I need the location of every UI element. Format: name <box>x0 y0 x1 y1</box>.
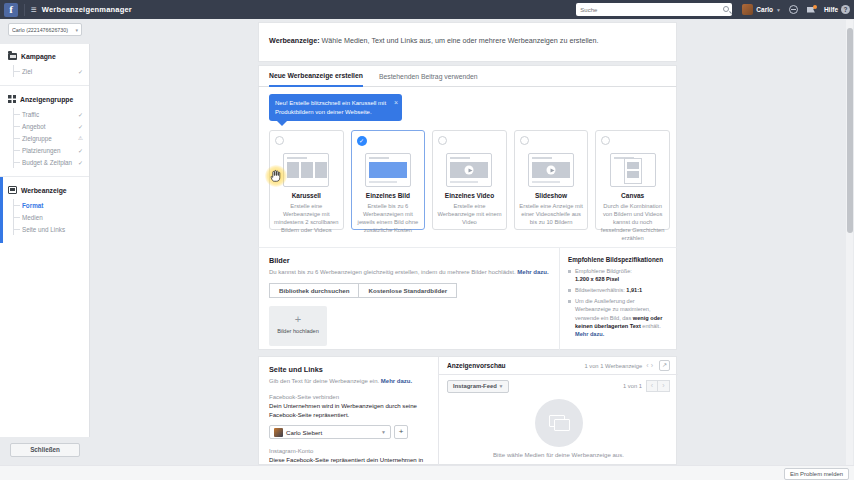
bilder-description: Du kannst bis zu 6 Werbeanzeigen gleichz… <box>269 269 517 275</box>
scrollbar-thumb[interactable] <box>847 28 853 233</box>
chevron-down-icon: ▼ <box>499 383 504 389</box>
question-mark-icon[interactable]: ? <box>841 5 850 14</box>
sidebar-item-medien[interactable]: Medien <box>14 211 83 223</box>
tab-bestehender-beitrag[interactable]: Bestehenden Beitrag verwenden <box>379 73 478 86</box>
search-box[interactable] <box>576 3 732 16</box>
single-image-thumbnail-icon <box>365 153 411 187</box>
ad-preview-panel: Anzeigenvorschau 1 von 1 Werbeanzeige ‹ … <box>438 357 678 466</box>
instagram-account-label: Instagram-Konto <box>269 448 428 454</box>
prev-ad-icon[interactable]: ‹ <box>646 362 648 369</box>
upload-images-tile[interactable]: + Bilder hochladen <box>269 306 327 346</box>
user-avatar[interactable] <box>742 4 753 15</box>
vertical-scrollbar[interactable] <box>846 20 853 465</box>
facebook-logo-icon[interactable]: f <box>4 3 18 17</box>
check-icon: ✓ <box>78 111 83 118</box>
sidebar-item-platzierungen[interactable]: Platzierungen ✓ <box>14 144 83 156</box>
app-title: Werbeanzeigenmanager <box>42 5 132 14</box>
spec-item-text-overlay: Um die Auslieferung der Werbeanzeige zu … <box>568 297 670 338</box>
facebook-page-description: Dein Unternehmen wird in Werbeanzeigen d… <box>269 402 428 419</box>
check-icon: ✓ <box>78 68 83 75</box>
section-label: Werbeanzeige <box>21 187 67 194</box>
notifications-globe-icon[interactable] <box>789 5 798 14</box>
section-label: Anzeigengruppe <box>20 96 73 103</box>
campaign-folder-icon <box>8 53 17 60</box>
preview-title: Anzeigenvorschau <box>447 362 584 369</box>
top-navigation-bar: f ≡ Werbeanzeigenmanager Carlo ▼ Hilfe ? <box>0 0 854 19</box>
format-card-canvas[interactable]: Canvas Durch die Kombination von Bildern… <box>595 130 670 230</box>
user-menu[interactable]: Carlo <box>756 6 773 13</box>
preview-placeholder-text: Bitte wähle Medien für deine Werbeanzeig… <box>439 451 678 458</box>
check-icon: ✓ <box>78 159 83 166</box>
seite-und-links-column: Seite und Links Gib den Text für deine W… <box>259 357 438 466</box>
sidebar-item-traffic[interactable]: Traffic ✓ <box>14 108 83 120</box>
help-menu[interactable]: Hilfe <box>824 6 838 13</box>
carousel-promo-tooltip: Neu! Erstelle blitzschnell ein Karussell… <box>269 94 402 121</box>
browse-library-button[interactable]: Bibliothek durchsuchen <box>269 283 359 298</box>
radio-unselected-icon[interactable] <box>601 136 610 145</box>
format-card-einzelnes-bild[interactable]: ✓ Einzelnes Bild Erstelle bis zu 6 Werbe… <box>351 130 426 230</box>
expand-preview-icon[interactable] <box>659 360 670 371</box>
ad-icon <box>8 186 17 194</box>
plus-icon: + <box>269 314 327 324</box>
instagram-account-description: Diese Facebook-Seite repräsentiert dein … <box>269 456 428 465</box>
radio-unselected-icon[interactable] <box>275 136 284 145</box>
mehr-dazu-link[interactable]: Mehr dazu. <box>517 269 548 275</box>
next-page-button[interactable]: › <box>658 380 670 392</box>
ads-manager-window: f ≡ Werbeanzeigenmanager Carlo ▼ Hilfe ?… <box>0 0 854 480</box>
tab-neue-werbeanzeige[interactable]: Neue Werbeanzeige erstellen <box>269 72 363 87</box>
seite-links-title: Seite und Links <box>269 365 428 374</box>
facebook-page-label: Facebook-Seite verbinden <box>269 394 428 400</box>
sidebar-item-zielgruppe[interactable]: Zielgruppe ⚠ <box>14 132 83 144</box>
step-title: Werbeanzeige: <box>269 36 320 45</box>
sidebar-item-format[interactable]: Format <box>14 199 83 211</box>
page-avatar <box>274 428 283 437</box>
page-links-section: Seite und Links Gib den Text für deine W… <box>258 356 677 465</box>
prev-page-button[interactable]: ‹ <box>646 380 658 392</box>
next-ad-icon[interactable]: › <box>651 362 653 369</box>
media-placeholder-icon <box>535 399 583 447</box>
format-card-slideshow[interactable]: Slideshow Erstelle eine Anzeige mit eine… <box>514 130 589 230</box>
close-button[interactable]: Schließen <box>10 443 80 457</box>
step-header: Werbeanzeige: Wähle Medien, Text und Lin… <box>258 22 677 62</box>
bilder-title: Bilder <box>269 256 549 265</box>
report-problem-button[interactable]: Ein Problem melden <box>784 468 849 480</box>
search-input[interactable] <box>580 4 718 15</box>
sidebar-item-budget-zeitplan[interactable]: Budget & Zeitplan ✓ <box>14 156 83 168</box>
adset-grid-icon <box>8 95 16 103</box>
ad-account-selector[interactable]: Carlo (2221476626730) ▾ <box>8 23 82 36</box>
format-section: Neu! Erstelle blitzschnell ein Karussell… <box>258 87 677 248</box>
seite-links-subtitle: Gib den Text für deine Werbeanzeige ein. <box>269 378 381 384</box>
sidebar-section-werbeanzeige: Werbeanzeige Format Medien Seite und Lin… <box>0 176 89 243</box>
sidebar-item-seite-und-links[interactable]: Seite und Links <box>14 223 83 235</box>
pages-feed-flag[interactable] <box>807 7 815 13</box>
check-icon: ✓ <box>78 147 83 154</box>
play-icon <box>465 166 474 175</box>
sidebar-item-angebot[interactable]: Angebot ✓ <box>14 120 83 132</box>
radio-unselected-icon[interactable] <box>438 136 447 145</box>
sidebar-section-kampagne: Kampagne Ziel ✓ <box>0 44 89 85</box>
close-icon[interactable]: × <box>394 98 398 108</box>
warning-icon: ⚠ <box>78 135 83 141</box>
radio-unselected-icon[interactable] <box>520 136 529 145</box>
canvas-thumbnail-icon <box>610 153 656 187</box>
format-card-karussell[interactable]: Karussell Erstelle eine Werbeanzeige mit… <box>269 130 344 230</box>
placement-selector[interactable]: Instagram-Feed ▼ <box>447 380 509 393</box>
bilder-section: Bilder Du kannst bis zu 6 Werbeanzeigen … <box>258 247 677 350</box>
mehr-dazu-link[interactable]: Mehr dazu. <box>381 378 412 384</box>
notification-badge <box>813 5 817 9</box>
search-icon[interactable] <box>723 6 729 12</box>
specs-title: Empfohlene Bildspezifikationen <box>568 256 670 263</box>
preview-page-count: 1 von 1 <box>623 383 642 389</box>
format-card-einzelnes-video[interactable]: Einzelnes Video Erstelle eine Werbeanzei… <box>432 130 507 230</box>
add-page-button[interactable]: + <box>394 425 408 439</box>
check-selected-icon[interactable]: ✓ <box>357 136 367 146</box>
facebook-page-selector[interactable]: Carlo Siebert ▼ <box>269 425 391 439</box>
menu-icon[interactable]: ≡ <box>31 4 37 15</box>
mehr-dazu-link[interactable]: Mehr dazu. <box>575 331 604 337</box>
play-icon <box>547 166 556 175</box>
free-stock-images-button[interactable]: Kostenlose Standardbilder <box>359 283 457 298</box>
section-label: Kampagne <box>21 53 56 60</box>
step-description: Wähle Medien, Text und Links aus, um ein… <box>320 36 599 45</box>
main-content: Werbeanzeige: Wähle Medien, Text und Lin… <box>258 22 677 465</box>
sidebar-item-ziel[interactable]: Ziel ✓ <box>14 65 83 77</box>
